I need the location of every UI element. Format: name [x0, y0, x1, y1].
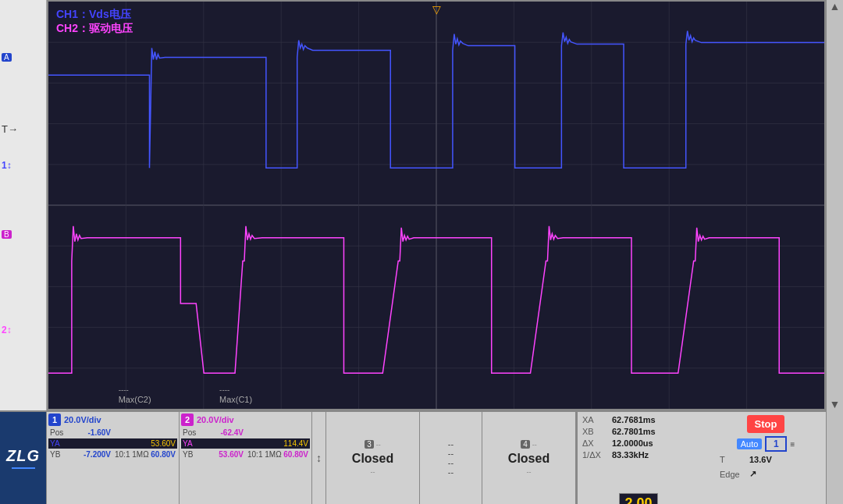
t-arrow: T→ — [2, 123, 18, 135]
divider-dashes4: -- — [448, 467, 454, 477]
ch1-badge: 1 — [48, 413, 61, 426]
freq-val: 83.33kHz — [612, 450, 674, 460]
svg-text:Max(C1): Max(C1) — [219, 395, 252, 404]
ch2-bottom-label: 10:1 1MΩ — [247, 450, 282, 459]
ch2-ya-val: 114.4V — [283, 439, 308, 448]
ch1-yb-label: YB — [50, 450, 60, 459]
right-measurement-panel: XA 62.7681ms XB 62.7801ms ΔX 12.0000us 1… — [578, 412, 826, 504]
timebase-val: 2.00 — [624, 495, 652, 504]
svg-text:----: ---- — [219, 385, 229, 394]
xa-val: 62.7681ms — [612, 415, 674, 424]
ch1-pos-val: -1.60V — [88, 428, 111, 437]
ch1-vdiv: 20.0V/div — [64, 415, 101, 424]
ch2-pos-label: Pos — [183, 428, 196, 437]
ch1-ya-label: YA — [50, 439, 60, 448]
ch3-badge-label: 3 -- — [365, 440, 380, 449]
scroll-down-arrow[interactable]: ▼ — [830, 398, 841, 410]
timebase-display: 2.00 us/div — [619, 493, 657, 504]
ch1-label: CH1：Vds电压 — [56, 8, 133, 22]
ax-val: 12.0000us — [612, 438, 674, 448]
marker-a: A — [2, 53, 12, 62]
edge-label: Edge — [720, 470, 743, 479]
ch1-ya-val: 53.60V — [151, 439, 176, 448]
ch1-bottom-val: 60.80V — [151, 450, 176, 459]
svg-text:Max(C2): Max(C2) — [119, 395, 151, 404]
auto-badge: Auto — [737, 438, 763, 449]
ch1-indicator: 1 — [765, 436, 787, 452]
ch2-badge: 2 — [181, 413, 194, 426]
bottom-panel: ZLG 1 20.0V/div Pos -1.60V YA 53.60V YB … — [0, 410, 826, 504]
ch1-pos-label: Pos — [50, 428, 63, 437]
ch1-info-box: 1 20.0V/div Pos -1.60V YA 53.60V YB -7.2… — [47, 412, 180, 504]
marker-1: 1↕ — [2, 160, 12, 171]
ch3-closed-label: Closed — [352, 452, 393, 466]
scope-screen: CH1：Vds电压 CH2：驱动电压 ▽ — [47, 0, 826, 410]
ch2-ya-label: YA — [183, 439, 193, 448]
trigger-arrow: ▽ — [432, 3, 441, 16]
ch-separator: ↕ — [312, 412, 326, 504]
right-scrollbar[interactable]: ▲ ▼ — [826, 0, 843, 410]
ch-indicator-lines: ≡ — [790, 440, 795, 449]
divider-dashes: -- — [448, 439, 454, 449]
xa-label: XA — [582, 415, 606, 424]
zlg-logo: ZLG — [0, 412, 47, 504]
ch3-dashes: -- — [371, 468, 375, 476]
ch4-closed-label: Closed — [508, 452, 550, 466]
ch2-pos-val: -62.4V — [221, 428, 244, 437]
divider-col: -- -- -- -- — [420, 412, 482, 504]
ch4-badge-label: 4 -- — [521, 440, 536, 449]
ch1-yb-val: -7.200V — [84, 450, 111, 459]
edge-val: ↗ — [749, 469, 812, 479]
ch2-vdiv: 20.0V/div — [197, 415, 234, 424]
divider-dashes3: -- — [448, 458, 454, 467]
xb-label: XB — [582, 427, 606, 436]
freq-label: 1/ΔX — [582, 450, 606, 460]
ch2-yb-val: 53.60V — [219, 450, 244, 459]
ch3-closed-box: 3 -- Closed -- — [326, 412, 420, 504]
ch2-bottom-val: 60.80V — [283, 450, 308, 459]
ax-label: ΔX — [582, 438, 606, 448]
t-label: T — [720, 455, 743, 464]
divider-dashes2: -- — [448, 449, 454, 458]
ch1-bottom-label: 10:1 1MΩ — [115, 450, 149, 459]
bottom-right-corner — [826, 410, 843, 504]
xb-val: 62.7801ms — [612, 427, 674, 436]
ch4-closed-box: 4 -- Closed -- — [482, 412, 576, 504]
svg-text:----: ---- — [119, 385, 129, 394]
ch2-info-box: 2 20.0V/div Pos -62.4V YA 114.4V YB 53.6… — [180, 412, 312, 504]
marker-b: B — [2, 230, 12, 239]
stop-button[interactable]: Stop — [747, 415, 785, 433]
ch4-dashes: -- — [527, 468, 532, 476]
left-axis: T→ A 1↕ B 2↕ — [0, 0, 47, 410]
ch-labels: CH1：Vds电压 CH2：驱动电压 — [56, 8, 133, 36]
marker-2: 2↕ — [2, 325, 12, 335]
waveform-display: Max(C2) Max(C1) ---- ---- — [48, 2, 824, 409]
scroll-up-arrow[interactable]: ▲ — [830, 0, 841, 12]
ch2-yb-label: YB — [183, 450, 193, 459]
ch2-label: CH2：驱动电压 — [56, 22, 133, 36]
t-val: 13.6V — [749, 455, 812, 464]
